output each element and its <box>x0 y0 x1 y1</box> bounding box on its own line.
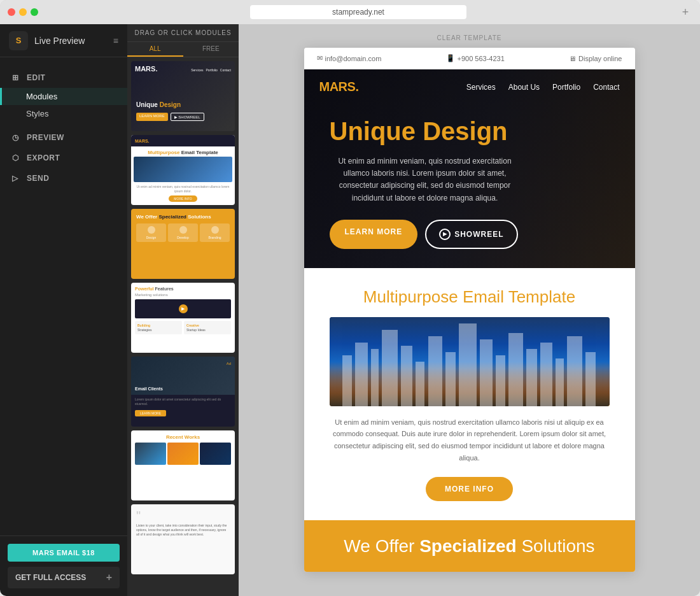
sidebar-item-export-label: EXPORT <box>27 153 60 162</box>
thumb7-quote-icon: " <box>136 509 230 522</box>
hero-logo: MARS. <box>319 80 359 94</box>
multipurpose-title-main: Email Template <box>458 287 576 306</box>
sidebar-nav: ⊞ EDIT Modules Styles ◷ PREVIEW ⬡ EXPORT… <box>0 57 127 194</box>
hero-headline-accent: Unique <box>330 117 416 145</box>
thumb6-title: Recent Works <box>135 434 231 440</box>
hero-nav-portfolio[interactable]: Portfolio <box>552 83 580 92</box>
module-thumb-email-clients[interactable]: Ad Email Clients Lorem ipsum dolor sit a… <box>131 357 235 427</box>
thumb5-overlay: Email Clients <box>135 387 163 391</box>
hero-btn-learn-more[interactable]: LEARN MORE <box>330 220 418 249</box>
hero-nav-about[interactable]: About Us <box>508 83 540 92</box>
multipurpose-title: Multipurpose Email Template <box>330 287 610 307</box>
thumb7-quote-text: Listen to your client, take into conside… <box>136 523 230 537</box>
sidebar-item-preview[interactable]: ◷ PREVIEW <box>0 127 127 148</box>
thumb5-body: Lorem ipsum dolor sit amet consectetur a… <box>131 395 235 427</box>
multipurpose-body-text: Ut enim ad minim veniam, quis nostrud ex… <box>330 416 610 464</box>
traffic-light-minimize[interactable] <box>19 8 27 16</box>
hero-logo-text: MARS <box>319 80 356 94</box>
url-input[interactable] <box>250 5 466 19</box>
email-envelope-icon: ✉ <box>317 54 323 62</box>
module-thumb-hero[interactable]: MARS. Services Portfolio Contact Unique … <box>131 61 235 131</box>
multipurpose-title-accent: Multipurpose <box>363 287 458 306</box>
new-tab-button[interactable]: + <box>678 5 692 19</box>
thumb6-grid <box>135 443 231 465</box>
svg-rect-12 <box>526 349 537 406</box>
thumb6-img-2 <box>167 443 199 465</box>
send-icon: ▷ <box>10 173 20 183</box>
hero-description: Ut enim ad minim veniam, quis nostrud ex… <box>330 155 521 204</box>
svg-rect-6 <box>428 336 442 406</box>
showreel-label: SHOWREEL <box>454 230 503 239</box>
thumb4-video: ▶ <box>135 299 231 318</box>
traffic-light-close[interactable] <box>8 8 15 16</box>
thumb3-card-design: Design <box>136 223 166 242</box>
more-info-button[interactable]: MORE INFO <box>426 477 513 501</box>
thumb6-img-1 <box>135 443 166 465</box>
sidebar-item-send[interactable]: ▷ SEND <box>0 168 127 188</box>
email-topbar: ✉ info@domain.com 📱 +900 563-4231 🖥 Disp… <box>304 48 635 69</box>
module-tab-free[interactable]: FREE <box>183 42 239 57</box>
email-preview: ✉ info@domain.com 📱 +900 563-4231 🖥 Disp… <box>304 48 635 572</box>
hero-body: Unique Design Ut enim ad minim veniam, q… <box>304 104 635 268</box>
email-topbar-display: 🖥 Display online <box>569 55 622 62</box>
edit-icon: ⊞ <box>10 73 20 83</box>
specialized-section: We Offer Specialized Solutions <box>304 520 635 572</box>
multipurpose-city-image <box>330 317 610 406</box>
thumb2-btn: MORE INFO <box>169 195 197 202</box>
grid-item-title-2: Creative <box>186 323 228 327</box>
mars-email-button[interactable]: MARS EMAIL $18 <box>8 544 120 562</box>
thumb3-cards: Design Develop Branding <box>136 223 230 242</box>
thumb4-top: Powerful Features <box>135 287 231 291</box>
thumb3-card-label3: Branding <box>208 236 221 239</box>
module-thumb-features[interactable]: Powerful Features Marketing solutions ▶ … <box>131 283 235 353</box>
hamburger-icon[interactable]: ≡ <box>113 36 118 46</box>
display-online-text: Display online <box>578 55 622 62</box>
svg-rect-5 <box>416 362 424 406</box>
thumb1-nav-link: Portfolio <box>206 68 217 72</box>
traffic-lights <box>8 8 38 16</box>
thumb2-body: Multipurpose Email Template Ut enim ad m… <box>131 146 235 205</box>
thumb5-image: Ad Email Clients <box>131 357 235 395</box>
grid-item-title-1: Building <box>137 323 179 327</box>
svg-rect-1 <box>355 343 368 406</box>
sidebar-sub-item-styles[interactable]: Styles <box>0 105 127 122</box>
thumb3-card-label: Design <box>146 236 157 239</box>
thumb3-card-develop: Develop <box>168 223 198 242</box>
thumb5-text: Lorem ipsum dolor sit amet consectetur a… <box>135 397 231 406</box>
svg-rect-10 <box>496 355 505 406</box>
traffic-light-maximize[interactable] <box>31 8 38 16</box>
thumb4-grid: Building Strategies Creative Startup Ide… <box>135 321 231 334</box>
email-address: info@domain.com <box>325 55 382 62</box>
phone-icon: 📱 <box>446 54 455 62</box>
hero-nav-contact[interactable]: Contact <box>593 83 619 92</box>
sidebar-header: S Live Preview ≡ <box>0 24 127 57</box>
main-content: CLEAR TEMPLATE ✉ info@domain.com 📱 +900 … <box>239 24 700 596</box>
sidebar-item-export[interactable]: ⬡ EXPORT <box>0 148 127 168</box>
phone-number: +900 563-4231 <box>458 55 505 62</box>
access-label: GET FULL ACCESS <box>15 573 86 582</box>
sidebar-item-edit[interactable]: ⊞ EDIT <box>0 67 127 88</box>
module-thumbnails-list: MARS. Services Portfolio Contact Unique … <box>127 57 239 596</box>
export-icon: ⬡ <box>10 153 20 163</box>
svg-rect-9 <box>480 339 493 406</box>
thumb2-logo: MARS. <box>135 139 150 143</box>
module-thumb-specialized[interactable]: We Offer Specialized Solutions Design De… <box>131 209 235 279</box>
hero-headline: Unique Design <box>330 117 508 145</box>
thumb1-nav-link: Services <box>191 68 203 72</box>
get-full-access-button[interactable]: GET FULL ACCESS + <box>8 567 120 588</box>
module-thumb-multipurpose[interactable]: MARS. Multipurpose Email Template Ut eni… <box>131 135 235 205</box>
hero-btn-showreel[interactable]: ▶ SHOWREEL <box>425 220 517 249</box>
thumb1-title: Unique Design <box>136 101 204 109</box>
specialized-title-part1: We Offer <box>344 536 419 556</box>
sidebar-sub-item-modules[interactable]: Modules <box>0 88 127 105</box>
thumb3-title: We Offer Specialized Solutions <box>136 214 230 220</box>
svg-rect-8 <box>459 323 477 406</box>
hero-nav-services[interactable]: Services <box>466 83 496 92</box>
hero-logo-dot: . <box>355 80 358 94</box>
module-thumb-quote[interactable]: " Listen to your client, take into consi… <box>131 504 235 574</box>
module-thumb-recent-works[interactable]: Recent Works <box>131 430 235 500</box>
clear-template-button[interactable]: CLEAR TEMPLATE <box>304 31 635 45</box>
play-icon: ▶ <box>439 229 451 240</box>
module-tab-all[interactable]: ALL <box>127 42 183 57</box>
thumb5-btn: LEARN MORE <box>135 410 166 416</box>
